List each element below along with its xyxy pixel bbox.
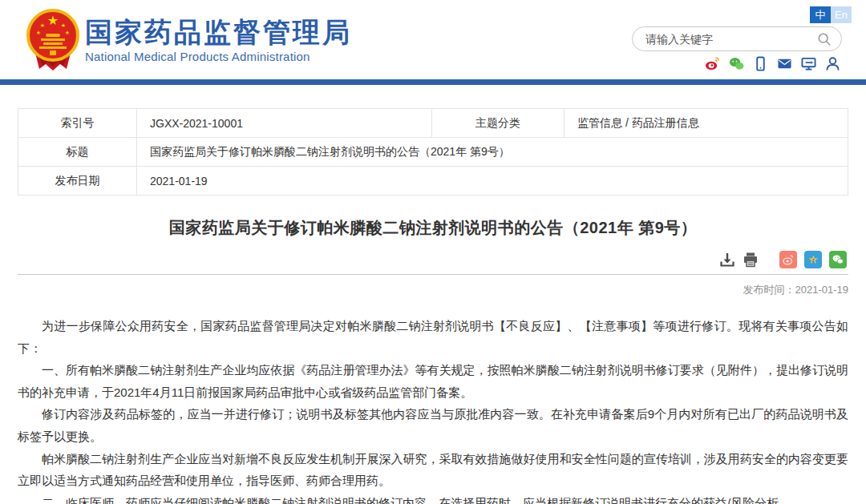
svg-text:★: ★	[40, 22, 45, 28]
publish-time-label: 发布时间：	[743, 284, 795, 296]
message-board-icon[interactable]	[801, 56, 816, 71]
svg-text:★: ★	[65, 30, 70, 35]
site-title-en: National Medical Products Administration	[85, 50, 352, 63]
topic-category-label: 主题分类	[432, 109, 565, 138]
publish-date-value: 2021-01-19	[137, 167, 848, 196]
svg-text:z: z	[811, 257, 814, 263]
search-input[interactable]	[645, 33, 817, 46]
share-weibo-icon[interactable]	[779, 251, 797, 268]
social-links	[705, 56, 840, 71]
weibo-icon[interactable]	[705, 56, 720, 71]
share-qzone-icon[interactable]: ★ z	[804, 251, 822, 268]
paragraph: 帕米膦酸二钠注射剂生产企业应当对新增不良反应发生机制开展深入研究，采取有效措施做…	[18, 448, 848, 492]
table-row: 发布日期 2021-01-19	[18, 167, 848, 196]
mail-icon[interactable]	[777, 56, 792, 71]
publish-date-label: 发布日期	[18, 167, 137, 196]
index-number-value: JGXX-2021-10001	[137, 109, 432, 138]
wechat-icon[interactable]	[729, 56, 744, 71]
title-divider	[18, 274, 848, 275]
share-wechat-icon[interactable]	[829, 251, 847, 268]
site-title-cn: 国家药品监督管理局	[85, 18, 352, 47]
paragraph: 一、所有帕米膦酸二钠注射剂生产企业均应依据《药品注册管理办法》等有关规定，按照帕…	[18, 359, 848, 403]
site-header: ★ ★ ★ ★ ★ 国家药品监督管理局 National Medical Pro…	[0, 0, 866, 79]
user-icon[interactable]	[825, 56, 840, 71]
header-divider-bar	[0, 79, 866, 85]
svg-text:★: ★	[47, 14, 59, 27]
article-actions: ★ z	[18, 251, 848, 268]
table-row: 标题 国家药监局关于修订帕米膦酸二钠注射剂说明书的公告（2021年 第9号）	[18, 138, 848, 167]
article-body: 为进一步保障公众用药安全，国家药品监督管理局决定对帕米膦酸二钠注射剂说明书【不良…	[18, 315, 848, 504]
svg-text:★: ★	[36, 30, 41, 35]
table-row: 索引号 JGXX-2021-10001 主题分类 监管信息 / 药品注册信息	[18, 109, 848, 138]
search-box	[632, 26, 842, 51]
title-label: 标题	[18, 138, 137, 167]
print-icon[interactable]	[743, 252, 759, 268]
page-title: 国家药监局关于修订帕米膦酸二钠注射剂说明书的公告（2021年 第9号）	[18, 217, 848, 239]
content-area: 索引号 JGXX-2021-10001 主题分类 监管信息 / 药品注册信息 标…	[0, 108, 866, 504]
paragraph: 二、临床医师、药师应当仔细阅读帕米膦酸二钠注射剂说明书的修订内容，在选择用药时，…	[18, 492, 848, 504]
title-value: 国家药监局关于修订帕米膦酸二钠注射剂说明书的公告（2021年 第9号）	[137, 138, 848, 167]
download-icon[interactable]	[719, 252, 735, 268]
lang-en-button[interactable]: En	[831, 6, 852, 23]
mobile-icon[interactable]	[753, 56, 768, 71]
topic-category-value: 监管信息 / 药品注册信息	[565, 109, 848, 138]
index-number-label: 索引号	[18, 109, 137, 138]
publish-time: 发布时间：2021-01-19	[18, 283, 848, 297]
paragraph: 修订内容涉及药品标签的，应当一并进行修订；说明书及标签其他内容应当与原批准内容一…	[18, 403, 848, 447]
document-info-table: 索引号 JGXX-2021-10001 主题分类 监管信息 / 药品注册信息 标…	[18, 108, 848, 196]
brand-block: 国家药品监督管理局 National Medical Products Admi…	[85, 18, 352, 63]
national-emblem-logo: ★ ★ ★ ★ ★	[26, 8, 79, 74]
language-toggle: 中 En	[810, 6, 852, 23]
page: ★ ★ ★ ★ ★ 国家药品监督管理局 National Medical Pro…	[0, 0, 866, 504]
svg-text:★: ★	[61, 22, 66, 28]
publish-time-value: 2021-01-19	[795, 284, 849, 296]
lang-zh-button[interactable]: 中	[810, 6, 831, 23]
search-icon[interactable]	[817, 32, 832, 46]
paragraph: 为进一步保障公众用药安全，国家药品监督管理局决定对帕米膦酸二钠注射剂说明书【不良…	[18, 315, 848, 359]
